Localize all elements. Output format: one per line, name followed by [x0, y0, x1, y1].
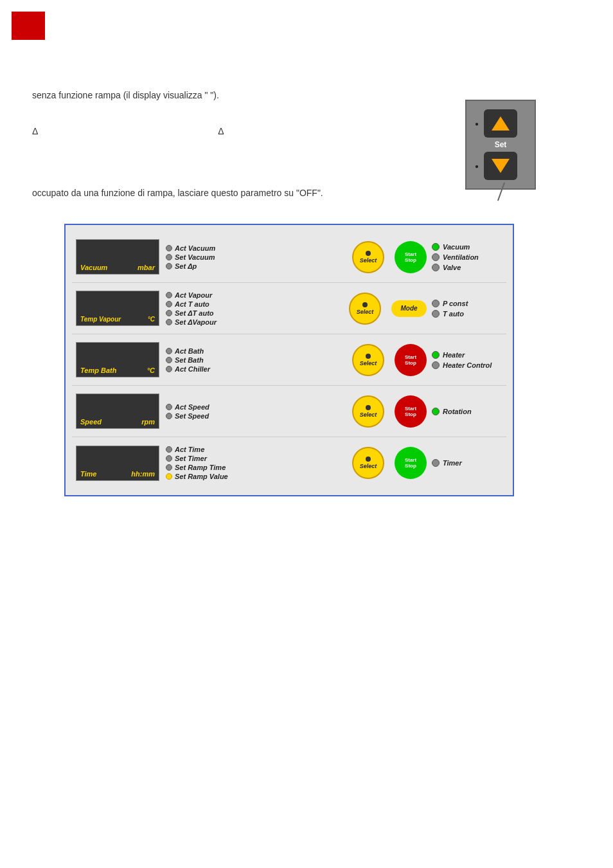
- act-t-auto-dot: [166, 301, 172, 307]
- ventilation-led: [432, 253, 440, 261]
- set-down-button-wrap: [484, 152, 517, 180]
- set-up-button[interactable]: [484, 109, 517, 138]
- start-stop-time-button[interactable]: Start Stop: [395, 447, 427, 479]
- start-bath-text: Start: [405, 354, 416, 360]
- set-delta-t-auto: Set ΔT auto: [166, 309, 344, 317]
- ventilation-status: Ventilation: [432, 253, 502, 261]
- select-temp-vapour-button[interactable]: Select: [349, 293, 381, 325]
- t-auto-status: T auto: [432, 310, 502, 318]
- ventilation-status-text: Ventilation: [443, 253, 479, 261]
- act-vacuum-dot: [166, 245, 172, 251]
- select-speed-button[interactable]: Select: [352, 395, 384, 428]
- select-speed-dot: [366, 405, 371, 410]
- temp-vapour-unit: °C: [148, 316, 155, 323]
- vacuum-unit: mbar: [138, 264, 155, 271]
- set-speed: Set Speed: [166, 412, 347, 420]
- set-vacuum: Set Vacuum: [166, 253, 347, 261]
- display-vacuum-label: Vacuum mbar: [80, 264, 155, 271]
- vacuum-status: Vacuum: [432, 243, 502, 251]
- heater-led: [432, 351, 440, 359]
- temp-bath-unit: °C: [147, 366, 155, 374]
- set-up-button-wrap: [484, 109, 517, 138]
- act-bath-text: Act Bath: [175, 347, 204, 355]
- act-bath-dot: [166, 348, 172, 354]
- set-down-button[interactable]: [484, 152, 517, 180]
- start-stop-vacuum-button[interactable]: Start Stop: [395, 241, 427, 273]
- delta-left: Δ: [32, 126, 38, 136]
- select-temp-vapour-label: Select: [357, 309, 374, 315]
- start-stop-bath-button[interactable]: Start Stop: [395, 344, 427, 376]
- text-line-1: senza funzione rampa (il display visuali…: [32, 90, 581, 100]
- time-label: Time: [80, 470, 96, 478]
- panel-row-temp-bath: Temp Bath °C Act Bath Set Bath: [72, 334, 506, 386]
- set-ramp-time-dot: [166, 464, 172, 471]
- set-timer-dot: [166, 455, 172, 462]
- act-time-text: Act Time: [175, 446, 204, 453]
- speed-status-col: Rotation: [432, 408, 502, 415]
- mode-button[interactable]: Mode: [391, 300, 427, 317]
- select-speed-label: Select: [360, 411, 377, 418]
- select-temp-bath-label: Select: [360, 360, 377, 366]
- act-vapour-dot: [166, 292, 172, 298]
- set-delta-vapour-text: Set ΔVapour: [175, 318, 217, 326]
- timer-status: Timer: [432, 459, 502, 467]
- start-time-text: Start: [405, 457, 416, 463]
- set-vacuum-dot: [166, 254, 172, 260]
- act-chiller: Act Chiller: [166, 365, 347, 373]
- set-bath-text: Set Bath: [175, 356, 204, 364]
- select-temp-vapour-dot: [362, 302, 368, 307]
- rotation-text: Rotation: [443, 408, 472, 415]
- display-speed: Speed rpm: [76, 393, 159, 429]
- p-const-text: P const: [443, 300, 468, 307]
- start-stop-speed-button[interactable]: Start Stop: [395, 395, 427, 428]
- p-const-status: P const: [432, 300, 502, 307]
- panel-wrapper: Vacuum mbar Act Vacuum Set Vacuum: [32, 224, 581, 496]
- timer-led: [432, 459, 440, 467]
- main-content: senza funzione rampa (il display visuali…: [0, 0, 613, 516]
- speed-unit: rpm: [141, 418, 155, 426]
- display-temp-bath: Temp Bath °C: [76, 342, 159, 377]
- select-temp-bath-button[interactable]: Select: [352, 344, 384, 376]
- t-auto-led: [432, 310, 440, 318]
- set-delta-vapour-dot: [166, 319, 172, 325]
- set-ramp-value-dot: [166, 473, 172, 480]
- timer-text: Timer: [443, 459, 462, 467]
- valve-status-text: Valve: [443, 264, 461, 271]
- temp-bath-status-col: Heater Heater Control: [432, 351, 502, 369]
- panel-row-speed: Speed rpm Act Speed Set Speed: [72, 386, 506, 437]
- heater-control-led: [432, 361, 440, 369]
- act-bath: Act Bath: [166, 347, 347, 355]
- p-const-led: [432, 300, 440, 307]
- set-delta-t-auto-text: Set ΔT auto: [175, 309, 214, 317]
- text-line-1-end: ").: [210, 90, 219, 100]
- set-bath-dot: [166, 357, 172, 363]
- temp-vapour-labels: Act Vapour Act T auto Set ΔT auto Set ΔV…: [166, 291, 344, 326]
- set-deltap-text: Set Δp: [175, 262, 197, 270]
- set-timer: Set Timer: [166, 455, 347, 462]
- display-temp-vapour-label: Temp Vapour °C: [80, 316, 155, 323]
- act-t-auto: Act T auto: [166, 300, 344, 308]
- time-labels: Act Time Set Timer Set Ramp Time Set Ram…: [166, 446, 347, 480]
- act-speed-dot: [166, 404, 172, 410]
- set-speed-dot: [166, 413, 172, 419]
- act-vacuum: Act Vacuum: [166, 244, 347, 252]
- start-vacuum-text: Start: [405, 251, 416, 257]
- set-deltap-dot: [166, 263, 172, 269]
- temp-bath-labels: Act Bath Set Bath Act Chiller: [166, 347, 347, 373]
- display-vacuum: Vacuum mbar: [76, 239, 159, 275]
- temp-vapour-status-col: P const T auto: [432, 300, 502, 318]
- t-auto-text: T auto: [443, 310, 464, 318]
- select-vacuum-button[interactable]: Select: [352, 241, 384, 273]
- act-chiller-dot: [166, 366, 172, 372]
- act-chiller-text: Act Chiller: [175, 365, 210, 373]
- set-speed-text: Set Speed: [175, 412, 209, 420]
- set-ramp-time: Set Ramp Time: [166, 464, 347, 471]
- vacuum-label: Vacuum: [80, 264, 107, 271]
- valve-status: Valve: [432, 264, 502, 271]
- heater-status: Heater: [432, 351, 502, 359]
- select-time-button[interactable]: Select: [352, 447, 384, 479]
- display-temp-bath-label: Temp Bath °C: [80, 366, 155, 374]
- select-time-label: Select: [360, 463, 377, 469]
- time-status-col: Timer: [432, 459, 502, 467]
- text-line-1-content: senza funzione rampa (il display visuali…: [32, 90, 208, 100]
